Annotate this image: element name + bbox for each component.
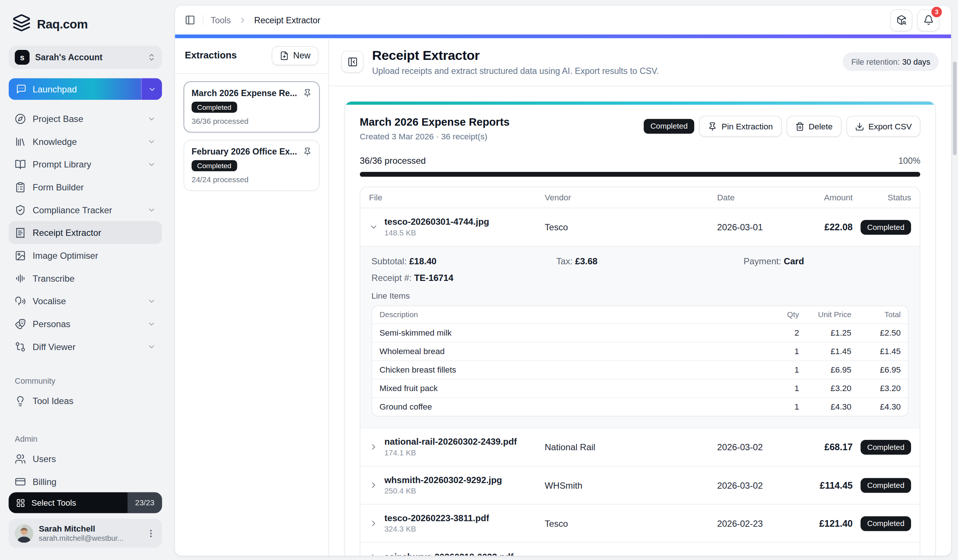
- notifications-button[interactable]: 3: [917, 9, 939, 31]
- extractions-panel: Extractions New March 2026 Expense Re...…: [175, 38, 329, 556]
- launchpad-expand-button[interactable]: [141, 78, 162, 100]
- table-row-partial[interactable]: sainsburys-20260218-0032.pdf: [360, 542, 920, 556]
- pin-extraction-button[interactable]: Pin Extraction: [699, 116, 781, 137]
- retention-value: 30 days: [902, 57, 930, 66]
- scrollbar-thumb[interactable]: [953, 62, 957, 155]
- extraction-card-february[interactable]: February 2026 Office Ex... Completed 24/…: [184, 140, 320, 191]
- file-name: sainsburys-20260218-0032.pdf: [384, 552, 513, 555]
- table-row[interactable]: national-rail-20260302-2439.pdf 174.1 KB…: [360, 428, 920, 466]
- line-item: Ground coffee 1 £4.30 £4.30: [372, 397, 908, 416]
- kebab-menu-icon[interactable]: [146, 528, 156, 538]
- report-status-badge: Completed: [644, 119, 694, 134]
- status-badge: Completed: [860, 439, 911, 454]
- tax: Tax: £3.68: [556, 256, 744, 266]
- file-size: 324.3 KB: [384, 525, 489, 533]
- sidebar-item-personas[interactable]: Personas: [8, 313, 162, 335]
- report-title: March 2026 Expense Reports: [360, 116, 509, 128]
- col-date: Date: [717, 193, 809, 202]
- sidebar-item-project-base[interactable]: Project Base: [8, 107, 162, 130]
- status-badge: Completed: [860, 516, 911, 531]
- select-tools-count: 23/23: [127, 492, 162, 513]
- sidebar-item-image-optimiser[interactable]: Image Optimiser: [8, 244, 162, 267]
- sidebar-item-receipt-extractor[interactable]: Receipt Extractor: [8, 221, 162, 244]
- topbar-actions: 3: [890, 9, 939, 31]
- sidebar-item-label: Prompt Library: [33, 159, 91, 169]
- sidebar-item-label: Personas: [33, 319, 70, 329]
- divider: [203, 15, 203, 25]
- receipt-number: Receipt #: TE-16714: [371, 273, 909, 283]
- lightbulb-icon: [15, 395, 26, 406]
- sidebar-item-knowledge[interactable]: Knowledge: [8, 130, 162, 153]
- sidebar-item-prompt-library[interactable]: Prompt Library: [8, 153, 162, 176]
- date-cell: 2026-03-02: [717, 442, 809, 452]
- sidebar-item-launchpad[interactable]: Launchpad: [8, 78, 162, 100]
- chevron-down-icon: [147, 206, 155, 214]
- user-name: Sarah Mitchell: [39, 524, 124, 533]
- vendor-cell: Tesco: [545, 519, 717, 528]
- app: Raq.com s Sarah's Account Launchpad: [0, 0, 958, 560]
- col-vendor: Vendor: [545, 193, 717, 202]
- sidebar-item-label: Tool Ideas: [33, 396, 73, 406]
- breadcrumb-tools[interactable]: Tools: [211, 15, 231, 25]
- pin-icon[interactable]: [303, 147, 312, 155]
- receipt-icon: [15, 227, 26, 238]
- users-icon: [15, 453, 26, 464]
- line-item: Wholemeal bread 1 £1.45 £1.45: [372, 342, 908, 360]
- chevron-down-icon: [147, 160, 155, 168]
- sidebar-item-transcribe[interactable]: Transcribe: [8, 267, 162, 290]
- progress-percent: 100%: [898, 156, 921, 166]
- grid-icon: [16, 498, 25, 508]
- account-selector[interactable]: s Sarah's Account: [8, 46, 162, 69]
- table-row[interactable]: whsmith-20260302-9292.jpg 250.4 KB WHSmi…: [360, 466, 920, 504]
- sidebar-item-label: Receipt Extractor: [33, 228, 101, 238]
- new-extraction-button[interactable]: New: [272, 46, 319, 65]
- tool-browser-button[interactable]: [890, 9, 912, 31]
- pin-icon[interactable]: [303, 88, 312, 97]
- sidebar-item-vocalise[interactable]: Vocalise: [8, 289, 162, 313]
- content-header: Receipt Extractor Upload receipts and ex…: [329, 38, 951, 86]
- sidebar-toggle-button[interactable]: [185, 15, 195, 25]
- chevron-down-icon: [147, 297, 155, 305]
- file-size: 148.5 KB: [384, 228, 489, 237]
- processed-count: 24/24 processed: [192, 175, 312, 184]
- select-tools-button[interactable]: Select Tools 23/23: [8, 492, 162, 513]
- table-row[interactable]: tesco-20260301-4744.jpg 148.5 KB Tesco 2…: [360, 208, 920, 246]
- retention-label: File retention:: [851, 57, 899, 66]
- sidebar-item-users[interactable]: Users: [8, 447, 162, 470]
- table-row[interactable]: tesco-20260223-3811.pdf 324.3 KB Tesco 2…: [360, 504, 920, 542]
- sidebar-item-compliance-tracker[interactable]: Compliance Tracker: [8, 198, 162, 221]
- chevron-right-icon[interactable]: [369, 443, 378, 452]
- delete-button[interactable]: Delete: [787, 116, 841, 137]
- export-csv-button[interactable]: Export CSV: [846, 116, 920, 137]
- file-size: 174.1 KB: [384, 448, 517, 457]
- chevron-right-icon[interactable]: [369, 481, 378, 490]
- select-tools-label: Select Tools: [32, 498, 76, 508]
- section-label-admin: Admin: [15, 434, 156, 444]
- pin-icon: [708, 122, 717, 131]
- sidebar-item-diff-viewer[interactable]: Diff Viewer: [8, 335, 162, 358]
- file-plus-icon: [280, 51, 289, 60]
- sidebar-item-form-builder[interactable]: Form Builder: [8, 176, 162, 198]
- sidebar-item-tool-ideas[interactable]: Tool Ideas: [8, 389, 162, 412]
- sidebar-item-billing[interactable]: Billing: [8, 470, 162, 493]
- status-cell: Completed: [860, 516, 911, 531]
- content-scroll[interactable]: March 2026 Expense Reports Created 3 Mar…: [329, 86, 951, 556]
- date-cell: 2026-03-01: [717, 222, 809, 232]
- new-label: New: [293, 51, 311, 60]
- user-menu[interactable]: Sarah Mitchell sarah.mitchell@westbur...: [8, 519, 162, 547]
- file-name: tesco-20260223-3811.pdf: [384, 513, 489, 523]
- status-badge: Completed: [860, 220, 911, 234]
- extraction-report-card: March 2026 Expense Reports Created 3 Mar…: [344, 101, 936, 556]
- file-retention-pill: File retention: 30 days: [843, 52, 939, 71]
- chevron-right-icon[interactable]: [369, 519, 378, 528]
- chevron-right-icon[interactable]: [369, 552, 378, 555]
- sidebar-item-label: Knowledge: [33, 136, 77, 146]
- chevron-down-icon: [147, 137, 155, 146]
- extraction-card-march[interactable]: March 2026 Expense Re... Completed 36/36…: [184, 81, 320, 132]
- collapse-panel-button[interactable]: [341, 51, 363, 73]
- sidebar-bottom: Select Tools 23/23 Sarah Mitchell sarah.…: [8, 492, 162, 548]
- sidebar-item-label: Compliance Tracker: [33, 205, 112, 215]
- chevron-down-icon[interactable]: [369, 222, 378, 232]
- logo[interactable]: Raq.com: [12, 14, 158, 35]
- line-item: Mixed fruit pack 1 £3.20 £3.20: [372, 379, 908, 397]
